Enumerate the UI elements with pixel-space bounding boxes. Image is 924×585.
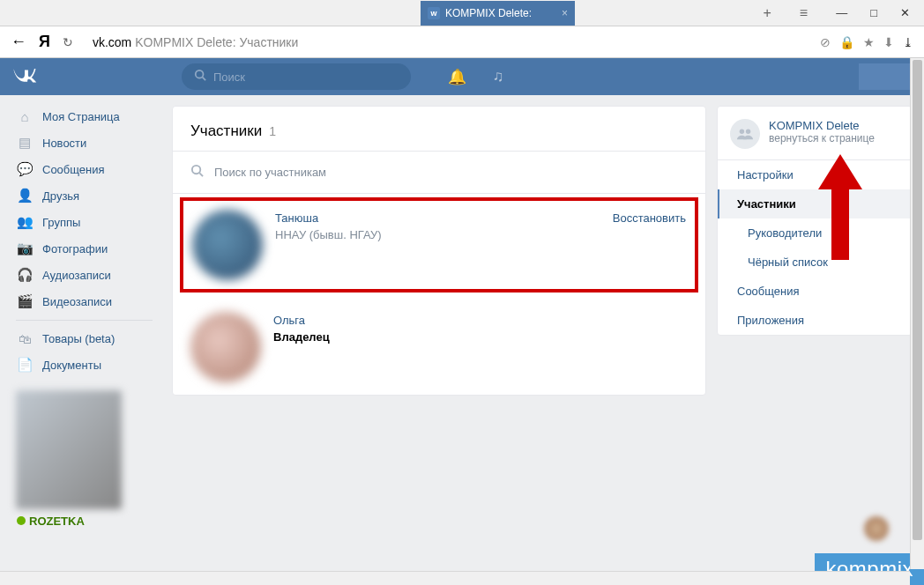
- sidebar-item-video[interactable]: 🎬Видеозаписи: [7, 288, 161, 315]
- sidebar-ad[interactable]: [16, 390, 122, 509]
- group-icon: [730, 119, 760, 149]
- search-box[interactable]: [182, 63, 411, 90]
- sidebar-item-docs[interactable]: 📄Документы: [7, 352, 161, 378]
- settings-nav-settings[interactable]: Настройки: [718, 160, 912, 189]
- member-search[interactable]: [173, 152, 705, 193]
- vk-favicon: w: [428, 7, 440, 19]
- settings-nav-messages[interactable]: Сообщения: [718, 277, 912, 306]
- lock-icon[interactable]: 🔒: [839, 35, 854, 49]
- settings-nav-apps[interactable]: Приложения: [718, 306, 912, 335]
- avatar[interactable]: [190, 312, 261, 382]
- new-tab-button[interactable]: +: [757, 4, 776, 23]
- browser-menu-icon[interactable]: ≡: [794, 4, 813, 23]
- settings-nav-managers[interactable]: Руководители: [718, 218, 912, 248]
- maximize-icon[interactable]: □: [865, 4, 883, 21]
- market-icon: 🛍: [16, 331, 34, 346]
- search-icon: [194, 69, 206, 85]
- back-button[interactable]: ←: [11, 33, 26, 51]
- reload-icon[interactable]: ↻: [63, 35, 73, 49]
- url-input[interactable]: vk.com KOMPMIX Delete: Участники: [86, 32, 808, 53]
- restore-link[interactable]: Восстановить: [613, 210, 686, 280]
- svg-line-1: [203, 78, 206, 81]
- group-settings-panel: KOMPMIX Delete вернуться к странице Наст…: [717, 106, 913, 336]
- yandex-logo[interactable]: Я: [39, 33, 50, 51]
- panel-title: Участники: [190, 122, 262, 140]
- member-subtitle: ННАУ (бывш. НГАУ): [275, 228, 600, 241]
- download-icon[interactable]: ⬇: [883, 35, 894, 49]
- svg-point-7: [746, 130, 750, 134]
- sidebar-divider: [16, 320, 153, 321]
- music-icon[interactable]: ♫: [493, 68, 504, 86]
- minimize-icon[interactable]: —: [831, 4, 853, 21]
- profile-menu[interactable]: [859, 63, 912, 90]
- sidebar-item-audio[interactable]: 🎧Аудиозаписи: [7, 262, 161, 288]
- group-name: KOMPMIX Delete: [769, 119, 875, 132]
- left-sidebar: ⌂Моя Страница ▤Новости 💬Сообщения 👤Друзь…: [7, 95, 161, 585]
- home-icon: ⌂: [16, 109, 34, 124]
- group-header[interactable]: KOMPMIX Delete вернуться к странице: [718, 107, 912, 159]
- search-input[interactable]: [213, 70, 399, 84]
- sidebar-item-groups[interactable]: 👥Группы: [7, 209, 161, 235]
- docs-icon: 📄: [16, 357, 34, 373]
- svg-point-4: [192, 166, 200, 174]
- svg-point-0: [196, 70, 204, 78]
- photos-icon: 📷: [16, 241, 34, 256]
- settings-nav-blacklist[interactable]: Чёрный список: [718, 248, 912, 277]
- news-icon: ▤: [16, 135, 34, 151]
- settings-nav-members[interactable]: Участники: [718, 189, 912, 218]
- messages-icon: 💬: [16, 161, 34, 177]
- close-window-icon[interactable]: ✕: [895, 4, 915, 21]
- svg-point-2: [17, 516, 26, 525]
- highlighted-member: Танюша ННАУ (бывш. НГАУ) Восстановить: [180, 197, 698, 292]
- member-role: Владелец: [273, 330, 688, 344]
- svg-text:ROZETKA: ROZETKA: [29, 515, 85, 528]
- back-to-page-link[interactable]: вернуться к странице: [769, 132, 875, 144]
- floating-avatar: [864, 516, 889, 541]
- sidebar-item-photos[interactable]: 📷Фотографии: [7, 235, 161, 262]
- protect-icon[interactable]: ⊘: [820, 35, 831, 49]
- browser-address-bar: ← Я ↻ vk.com KOMPMIX Delete: Участники ⊘…: [0, 26, 924, 58]
- audio-icon: 🎧: [16, 267, 34, 283]
- vk-header: 🔔 ♫: [0, 58, 924, 95]
- sidebar-item-profile[interactable]: ⌂Моя Страница: [7, 104, 161, 130]
- vk-logo[interactable]: [12, 70, 37, 85]
- svg-line-5: [199, 173, 203, 176]
- tab-title: KOMPMIX Delete:: [445, 7, 532, 19]
- downloads-icon[interactable]: ⤓: [903, 35, 913, 49]
- member-name[interactable]: Танюша: [275, 211, 600, 225]
- close-tab-icon[interactable]: ×: [562, 7, 568, 19]
- sidebar-item-friends[interactable]: 👤Друзья: [7, 182, 161, 209]
- panel-count: 1: [269, 124, 276, 138]
- sidebar-item-messages[interactable]: 💬Сообщения: [7, 156, 161, 182]
- ad-brand: ROZETKA: [16, 513, 153, 532]
- member-row: Ольга Владелец: [173, 300, 705, 395]
- friends-icon: 👤: [16, 188, 34, 204]
- avatar[interactable]: [192, 210, 263, 280]
- browser-tab-bar: w KOMPMIX Delete: × + ≡ — □ ✕: [0, 0, 924, 26]
- sidebar-item-news[interactable]: ▤Новости: [7, 130, 161, 156]
- notifications-icon[interactable]: 🔔: [448, 68, 466, 86]
- bookmark-star-icon[interactable]: ★: [863, 35, 875, 49]
- horizontal-scrollbar[interactable]: [0, 571, 910, 585]
- vertical-scrollbar[interactable]: [910, 58, 924, 569]
- sidebar-item-market[interactable]: 🛍Товары (beta): [7, 326, 161, 352]
- window-controls: — □ ✕: [831, 4, 915, 21]
- search-icon: [190, 164, 204, 181]
- members-panel: Участники 1 Танюша ННАУ (бывш. НГАУ) Вос…: [172, 106, 706, 396]
- member-search-input[interactable]: [214, 166, 688, 179]
- svg-point-6: [740, 130, 744, 134]
- member-name[interactable]: Ольга: [273, 314, 688, 327]
- browser-tab[interactable]: w KOMPMIX Delete: ×: [421, 1, 575, 26]
- video-icon: 🎬: [16, 293, 34, 309]
- groups-icon: 👥: [16, 214, 34, 230]
